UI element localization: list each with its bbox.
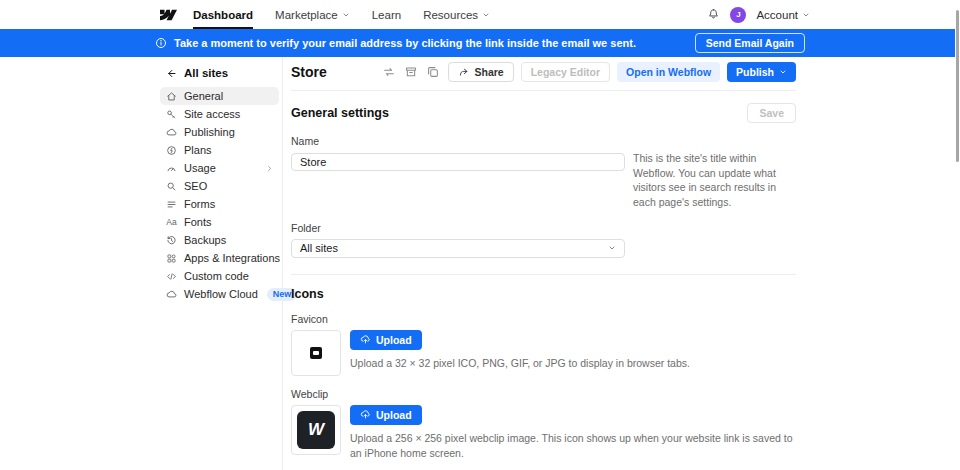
send-email-again-button[interactable]: Send Email Again bbox=[695, 33, 805, 53]
avatar[interactable]: J bbox=[730, 7, 746, 23]
avatar-initial: J bbox=[736, 10, 740, 19]
sidebar-item-usage[interactable]: Usage bbox=[160, 159, 279, 177]
sidebar-item-custom-code[interactable]: Custom code bbox=[160, 267, 279, 285]
top-nav: Dashboard Marketplace Learn Resources J … bbox=[0, 0, 960, 29]
tab-resources[interactable]: Resources bbox=[423, 0, 490, 29]
webflow-logo-icon[interactable] bbox=[160, 9, 177, 21]
sidebar-item-backups[interactable]: Backups bbox=[160, 231, 279, 249]
gauge-icon bbox=[166, 163, 177, 174]
share-button[interactable]: Share bbox=[448, 62, 513, 82]
sidebar-item-fonts[interactable]: Aa Fonts bbox=[160, 213, 279, 231]
sidebar-item-label: Backups bbox=[184, 234, 226, 246]
share-arrow-icon bbox=[458, 67, 469, 78]
tab-resources-label: Resources bbox=[423, 9, 478, 21]
sidebar-item-publishing[interactable]: Publishing bbox=[160, 123, 279, 141]
sidebar-item-label: General bbox=[184, 90, 223, 102]
archive-icon[interactable] bbox=[404, 65, 419, 80]
open-in-webflow-button[interactable]: Open in Webflow bbox=[617, 62, 720, 82]
chevron-down-icon bbox=[608, 244, 616, 252]
tab-marketplace[interactable]: Marketplace bbox=[275, 0, 350, 29]
default-favicon-icon bbox=[310, 347, 322, 359]
sidebar-item-general[interactable]: General bbox=[160, 87, 279, 105]
upload-cloud-icon bbox=[360, 409, 371, 420]
sidebar-item-plans[interactable]: Plans bbox=[160, 141, 279, 159]
notifications-bell-icon[interactable] bbox=[707, 8, 720, 21]
tab-learn[interactable]: Learn bbox=[372, 0, 401, 29]
site-settings-sidebar: All sites General Site access Publishing… bbox=[160, 57, 283, 470]
favicon-upload-label: Upload bbox=[376, 334, 412, 346]
section-divider bbox=[291, 274, 796, 275]
upload-cloud-icon bbox=[360, 334, 371, 345]
name-help-text: This is the site's title within Webflow.… bbox=[633, 123, 796, 210]
favicon-help-text: Upload a 32 × 32 pixel ICO, PNG, GIF, or… bbox=[350, 356, 690, 371]
chevron-down-icon bbox=[802, 11, 810, 19]
chevron-down-icon bbox=[342, 11, 350, 19]
sidebar-item-webflow-cloud[interactable]: Webflow Cloud New bbox=[160, 285, 279, 303]
favicon-upload-button[interactable]: Upload bbox=[350, 330, 422, 350]
history-icon bbox=[166, 235, 177, 246]
tab-dashboard[interactable]: Dashboard bbox=[193, 0, 253, 29]
arrow-left-icon bbox=[166, 68, 177, 79]
forms-icon bbox=[166, 199, 177, 210]
key-icon bbox=[166, 109, 177, 120]
favicon-preview bbox=[291, 330, 341, 376]
info-icon bbox=[155, 37, 167, 49]
apps-grid-icon bbox=[166, 253, 177, 264]
general-settings-heading: General settings bbox=[291, 106, 389, 120]
webclip-upload-label: Upload bbox=[376, 409, 412, 421]
favicon-label: Favicon bbox=[291, 313, 796, 325]
sidebar-item-forms[interactable]: Forms bbox=[160, 195, 279, 213]
tab-marketplace-label: Marketplace bbox=[275, 9, 338, 21]
publish-label: Publish bbox=[736, 66, 774, 78]
webflow-webclip-icon: W bbox=[297, 411, 335, 449]
fonts-icon: Aa bbox=[166, 217, 177, 227]
back-to-all-sites[interactable]: All sites bbox=[160, 64, 282, 82]
duplicate-icon[interactable] bbox=[426, 65, 441, 80]
back-label: All sites bbox=[184, 67, 228, 79]
folder-select[interactable]: All sites bbox=[291, 239, 625, 258]
scrollbar-thumb[interactable] bbox=[956, 10, 959, 162]
account-menu[interactable]: Account bbox=[756, 9, 810, 21]
sidebar-item-label: Fonts bbox=[184, 216, 212, 228]
sidebar-item-label: Apps & Integrations bbox=[184, 252, 280, 264]
site-name-input[interactable] bbox=[291, 153, 625, 171]
cloud-upload-icon bbox=[166, 127, 177, 138]
verify-email-banner: Take a moment to verify your email addre… bbox=[0, 29, 960, 57]
webclip-label: Webclip bbox=[291, 388, 796, 400]
webclip-upload-button[interactable]: Upload bbox=[350, 405, 422, 425]
chevron-right-icon bbox=[266, 165, 273, 172]
code-icon bbox=[166, 271, 177, 282]
publish-button[interactable]: Publish bbox=[727, 62, 796, 82]
folder-selected-value: All sites bbox=[300, 242, 338, 254]
header-divider bbox=[291, 90, 796, 91]
sidebar-item-label: Site access bbox=[184, 108, 240, 120]
sidebar-item-label: Publishing bbox=[184, 126, 235, 138]
tab-learn-label: Learn bbox=[372, 9, 401, 21]
sidebar-item-label: Forms bbox=[184, 198, 215, 210]
sidebar-item-site-access[interactable]: Site access bbox=[160, 105, 279, 123]
webclip-help-text: Upload a 256 × 256 pixel webclip image. … bbox=[350, 431, 796, 461]
transfer-site-icon[interactable] bbox=[382, 65, 397, 80]
sidebar-item-label: Custom code bbox=[184, 270, 249, 282]
sidebar-item-label: Webflow Cloud bbox=[184, 288, 258, 300]
search-icon bbox=[166, 181, 177, 192]
chevron-down-icon bbox=[779, 68, 787, 76]
sidebar-item-label: SEO bbox=[184, 180, 207, 192]
sidebar-item-label: Plans bbox=[184, 144, 212, 156]
sidebar-item-seo[interactable]: SEO bbox=[160, 177, 279, 195]
chevron-down-icon bbox=[482, 11, 490, 19]
folder-label: Folder bbox=[291, 222, 625, 234]
legacy-editor-button[interactable]: Legacy Editor bbox=[521, 62, 610, 82]
site-settings-main: Store Share Legacy Editor bbox=[283, 57, 796, 470]
webclip-preview: W bbox=[291, 405, 341, 455]
icons-heading: Icons bbox=[291, 287, 324, 301]
page-title: Store bbox=[291, 64, 327, 80]
home-icon bbox=[166, 91, 177, 102]
sidebar-item-label: Usage bbox=[184, 162, 216, 174]
webflow-dashboard: Dashboard Marketplace Learn Resources J … bbox=[0, 0, 960, 470]
cloud-icon bbox=[166, 289, 177, 300]
sidebar-item-apps-integrations[interactable]: Apps & Integrations bbox=[160, 249, 279, 267]
name-label: Name bbox=[291, 135, 625, 147]
general-save-button[interactable]: Save bbox=[747, 103, 796, 123]
account-label: Account bbox=[756, 9, 798, 21]
